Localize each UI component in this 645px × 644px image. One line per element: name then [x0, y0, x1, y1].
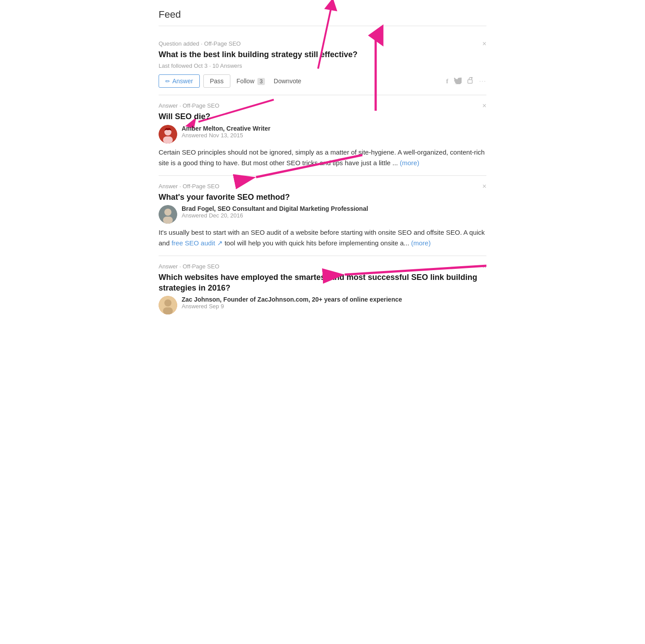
- item-subtitle-1: Last followed Oct 3 · 10 Answers: [159, 62, 486, 69]
- author-row-2: Amber Melton, Creative Writer Answered N…: [159, 125, 486, 144]
- answer-body-2: Certain SEO principles should not be ign…: [159, 147, 486, 168]
- avatar-circle-3: [159, 205, 177, 224]
- avatar-circle-4: [159, 296, 177, 314]
- svg-rect-7: [163, 136, 173, 144]
- follow-count: 3: [257, 78, 265, 85]
- title-divider: [159, 26, 486, 26]
- action-bar-1: ✏ Answer Pass Follow 3 Downvote f: [159, 74, 486, 88]
- author-date-4: Answered Sep 9: [182, 303, 402, 310]
- svg-rect-13: [163, 307, 173, 314]
- close-button-3[interactable]: ×: [482, 183, 486, 190]
- svg-rect-0: [468, 80, 472, 83]
- answer-button[interactable]: ✏ Answer: [159, 74, 200, 88]
- item-title-4: Which websites have employed the smartes…: [159, 272, 486, 293]
- pass-button[interactable]: Pass: [203, 74, 230, 88]
- twitter-icon[interactable]: [454, 77, 462, 85]
- author-info-3: Brad Fogel, SEO Consultant and Digital M…: [182, 205, 368, 219]
- share-icon[interactable]: [467, 77, 474, 85]
- item-title-2: Will SEO die?: [159, 112, 486, 122]
- avatar-3: [159, 205, 177, 224]
- more-link-3[interactable]: (more): [411, 239, 431, 247]
- item-meta-4: Answer · Off-Page SEO: [159, 263, 486, 270]
- item-title-3: What's your favorite SEO method?: [159, 192, 486, 202]
- pencil-icon: ✏: [165, 78, 170, 85]
- author-row-3: Brad Fogel, SEO Consultant and Digital M…: [159, 205, 486, 224]
- item-meta-3: Answer · Off-Page SEO: [159, 183, 486, 190]
- author-info-4: Zac Johnson, Founder of ZacJohnson.com, …: [182, 296, 402, 310]
- item-meta-1: Question added · Off-Page SEO: [159, 40, 486, 47]
- social-icons: f ···: [446, 77, 486, 85]
- answer-body-3: It's usually best to start with an SEO a…: [159, 227, 486, 248]
- close-button-1[interactable]: ×: [482, 40, 486, 47]
- close-button-2[interactable]: ×: [482, 102, 486, 109]
- avatar-4: [159, 296, 177, 314]
- feed-item-question: × Question added · Off-Page SEO What is …: [159, 33, 486, 95]
- svg-point-9: [164, 209, 171, 216]
- author-date-2: Answered Nov 13, 2015: [182, 132, 270, 139]
- feed-item-4: × Answer · Off-Page SEO Which websites h…: [159, 256, 486, 325]
- feed-item-3: × Answer · Off-Page SEO What's your favo…: [159, 176, 486, 256]
- downvote-button[interactable]: Downvote: [271, 75, 304, 87]
- svg-point-12: [164, 299, 171, 306]
- author-name-3: Brad Fogel, SEO Consultant and Digital M…: [182, 205, 368, 212]
- avatar-2: [159, 125, 177, 144]
- page-title: Feed: [159, 9, 486, 20]
- author-info-2: Amber Melton, Creative Writer Answered N…: [182, 125, 270, 139]
- follow-button[interactable]: Follow 3: [234, 75, 268, 88]
- more-link-2[interactable]: (more): [400, 159, 419, 167]
- avatar-circle-2: [159, 125, 177, 144]
- free-seo-audit-link[interactable]: free SEO audit ↗: [171, 239, 223, 247]
- close-button-4[interactable]: ×: [482, 263, 486, 270]
- author-name-2: Amber Melton, Creative Writer: [182, 125, 270, 132]
- author-row-4: Zac Johnson, Founder of ZacJohnson.com, …: [159, 296, 486, 314]
- author-name-4: Zac Johnson, Founder of ZacJohnson.com, …: [182, 296, 402, 303]
- item-meta-2: Answer · Off-Page SEO: [159, 102, 486, 109]
- author-date-3: Answered Dec 20, 2016: [182, 212, 368, 219]
- feed-item-2: × Answer · Off-Page SEO Will SEO die? Am…: [159, 95, 486, 175]
- svg-rect-10: [163, 217, 173, 224]
- facebook-icon[interactable]: f: [446, 78, 448, 85]
- more-icon[interactable]: ···: [479, 78, 486, 84]
- item-title-1: What is the best link building strategy …: [159, 50, 486, 60]
